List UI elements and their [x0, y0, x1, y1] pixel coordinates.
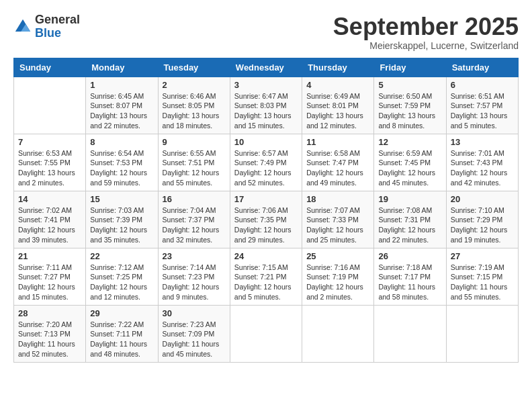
day-info: Sunrise: 6:46 AMSunset: 8:05 PMDaylight:…: [163, 91, 226, 131]
day-info: Sunrise: 7:06 AMSunset: 7:35 PMDaylight:…: [234, 205, 298, 245]
calendar-cell: 24Sunrise: 7:15 AMSunset: 7:21 PMDayligh…: [230, 248, 302, 305]
weekday-header-wednesday: Wednesday: [230, 58, 302, 77]
calendar-cell: 28Sunrise: 7:20 AMSunset: 7:13 PMDayligh…: [14, 305, 86, 362]
weekday-header-thursday: Thursday: [302, 58, 374, 77]
day-number: 20: [451, 194, 514, 204]
day-info: Sunrise: 6:47 AMSunset: 8:03 PMDaylight:…: [234, 91, 298, 131]
day-number: 19: [378, 194, 441, 204]
day-number: 21: [18, 251, 81, 261]
day-number: 30: [163, 308, 226, 318]
logo-icon: [13, 17, 32, 36]
calendar-week-row: 28Sunrise: 7:20 AMSunset: 7:13 PMDayligh…: [14, 305, 519, 362]
calendar-cell: 13Sunrise: 7:01 AMSunset: 7:43 PMDayligh…: [446, 134, 518, 191]
day-number: 17: [234, 194, 298, 204]
day-number: 23: [163, 251, 226, 261]
calendar-cell: 20Sunrise: 7:10 AMSunset: 7:29 PMDayligh…: [446, 191, 518, 248]
day-number: 3: [234, 80, 298, 90]
calendar-week-row: 21Sunrise: 7:11 AMSunset: 7:27 PMDayligh…: [14, 248, 519, 305]
calendar-cell: [14, 77, 86, 134]
calendar-cell: 6Sunrise: 6:51 AMSunset: 7:57 PMDaylight…: [446, 77, 518, 134]
calendar-cell: 9Sunrise: 6:55 AMSunset: 7:51 PMDaylight…: [158, 134, 230, 191]
day-info: Sunrise: 6:53 AMSunset: 7:55 PMDaylight:…: [18, 148, 81, 188]
day-info: Sunrise: 7:12 AMSunset: 7:25 PMDaylight:…: [90, 263, 153, 302]
day-number: 9: [163, 137, 226, 147]
calendar-cell: 26Sunrise: 7:18 AMSunset: 7:17 PMDayligh…: [374, 248, 446, 305]
day-number: 5: [378, 80, 441, 90]
day-number: 2: [163, 80, 226, 90]
logo-blue-text: Blue: [35, 26, 61, 40]
day-number: 22: [90, 251, 153, 261]
weekday-header-friday: Friday: [374, 58, 446, 77]
calendar-cell: 11Sunrise: 6:58 AMSunset: 7:47 PMDayligh…: [302, 134, 374, 191]
calendar-table: SundayMondayTuesdayWednesdayThursdayFrid…: [13, 58, 519, 363]
day-info: Sunrise: 7:02 AMSunset: 7:41 PMDaylight:…: [18, 205, 81, 245]
calendar-cell: 17Sunrise: 7:06 AMSunset: 7:35 PMDayligh…: [230, 191, 302, 248]
calendar-cell: 27Sunrise: 7:19 AMSunset: 7:15 PMDayligh…: [446, 248, 518, 305]
day-info: Sunrise: 6:50 AMSunset: 7:59 PMDaylight:…: [378, 91, 441, 131]
day-info: Sunrise: 6:59 AMSunset: 7:45 PMDaylight:…: [378, 148, 441, 188]
day-info: Sunrise: 6:45 AMSunset: 8:07 PMDaylight:…: [90, 91, 153, 131]
calendar-cell: 8Sunrise: 6:54 AMSunset: 7:53 PMDaylight…: [86, 134, 158, 191]
day-info: Sunrise: 6:54 AMSunset: 7:53 PMDaylight:…: [90, 148, 153, 188]
day-info: Sunrise: 6:55 AMSunset: 7:51 PMDaylight:…: [163, 148, 226, 188]
calendar-week-row: 7Sunrise: 6:53 AMSunset: 7:55 PMDaylight…: [14, 134, 519, 191]
day-number: 16: [163, 194, 226, 204]
day-number: 10: [234, 137, 298, 147]
day-number: 12: [378, 137, 441, 147]
calendar-cell: [374, 305, 446, 362]
title-block: September 2025 Meierskappel, Lucerne, Sw…: [333, 13, 519, 51]
day-number: 8: [90, 137, 153, 147]
calendar-week-row: 1Sunrise: 6:45 AMSunset: 8:07 PMDaylight…: [14, 77, 519, 134]
calendar-cell: [302, 305, 374, 362]
calendar-cell: 18Sunrise: 7:07 AMSunset: 7:33 PMDayligh…: [302, 191, 374, 248]
calendar-cell: 7Sunrise: 6:53 AMSunset: 7:55 PMDaylight…: [14, 134, 86, 191]
calendar-cell: 1Sunrise: 6:45 AMSunset: 8:07 PMDaylight…: [86, 77, 158, 134]
calendar-cell: 10Sunrise: 6:57 AMSunset: 7:49 PMDayligh…: [230, 134, 302, 191]
day-number: 15: [90, 194, 153, 204]
day-number: 6: [451, 80, 514, 90]
day-info: Sunrise: 6:57 AMSunset: 7:49 PMDaylight:…: [234, 148, 298, 188]
calendar-cell: 16Sunrise: 7:04 AMSunset: 7:37 PMDayligh…: [158, 191, 230, 248]
day-info: Sunrise: 7:20 AMSunset: 7:13 PMDaylight:…: [18, 320, 81, 359]
weekday-header-monday: Monday: [86, 58, 158, 77]
day-info: Sunrise: 7:23 AMSunset: 7:09 PMDaylight:…: [163, 320, 226, 359]
calendar-cell: [230, 305, 302, 362]
day-info: Sunrise: 7:01 AMSunset: 7:43 PMDaylight:…: [451, 148, 514, 188]
day-number: 13: [451, 137, 514, 147]
day-info: Sunrise: 7:16 AMSunset: 7:19 PMDaylight:…: [306, 263, 369, 302]
calendar-cell: 23Sunrise: 7:14 AMSunset: 7:23 PMDayligh…: [158, 248, 230, 305]
day-info: Sunrise: 7:19 AMSunset: 7:15 PMDaylight:…: [451, 263, 514, 302]
day-info: Sunrise: 7:10 AMSunset: 7:29 PMDaylight:…: [451, 205, 514, 245]
day-info: Sunrise: 7:18 AMSunset: 7:17 PMDaylight:…: [378, 263, 441, 302]
day-number: 26: [378, 251, 441, 261]
day-number: 11: [306, 137, 369, 147]
day-info: Sunrise: 7:14 AMSunset: 7:23 PMDaylight:…: [163, 263, 226, 302]
calendar-cell: 5Sunrise: 6:50 AMSunset: 7:59 PMDaylight…: [374, 77, 446, 134]
calendar-cell: 14Sunrise: 7:02 AMSunset: 7:41 PMDayligh…: [14, 191, 86, 248]
page-header: General Blue September 2025 Meierskappel…: [13, 13, 519, 51]
day-number: 14: [18, 194, 81, 204]
location-text: Meierskappel, Lucerne, Switzerland: [333, 40, 519, 51]
day-info: Sunrise: 7:11 AMSunset: 7:27 PMDaylight:…: [18, 263, 81, 302]
day-number: 25: [306, 251, 369, 261]
calendar-cell: 19Sunrise: 7:08 AMSunset: 7:31 PMDayligh…: [374, 191, 446, 248]
calendar-cell: 25Sunrise: 7:16 AMSunset: 7:19 PMDayligh…: [302, 248, 374, 305]
logo: General Blue: [13, 13, 80, 40]
day-info: Sunrise: 7:03 AMSunset: 7:39 PMDaylight:…: [90, 205, 153, 245]
weekday-header-row: SundayMondayTuesdayWednesdayThursdayFrid…: [14, 58, 519, 77]
day-info: Sunrise: 6:58 AMSunset: 7:47 PMDaylight:…: [306, 148, 369, 188]
calendar-cell: 15Sunrise: 7:03 AMSunset: 7:39 PMDayligh…: [86, 191, 158, 248]
day-number: 18: [306, 194, 369, 204]
day-info: Sunrise: 7:07 AMSunset: 7:33 PMDaylight:…: [306, 205, 369, 245]
month-title: September 2025: [333, 13, 519, 40]
calendar-cell: 3Sunrise: 6:47 AMSunset: 8:03 PMDaylight…: [230, 77, 302, 134]
day-number: 7: [18, 137, 81, 147]
day-info: Sunrise: 7:08 AMSunset: 7:31 PMDaylight:…: [378, 205, 441, 245]
calendar-cell: 12Sunrise: 6:59 AMSunset: 7:45 PMDayligh…: [374, 134, 446, 191]
day-number: 28: [18, 308, 81, 318]
weekday-header-tuesday: Tuesday: [158, 58, 230, 77]
day-info: Sunrise: 7:22 AMSunset: 7:11 PMDaylight:…: [90, 320, 153, 359]
day-info: Sunrise: 6:51 AMSunset: 7:57 PMDaylight:…: [451, 91, 514, 131]
day-number: 27: [451, 251, 514, 261]
calendar-cell: 2Sunrise: 6:46 AMSunset: 8:05 PMDaylight…: [158, 77, 230, 134]
